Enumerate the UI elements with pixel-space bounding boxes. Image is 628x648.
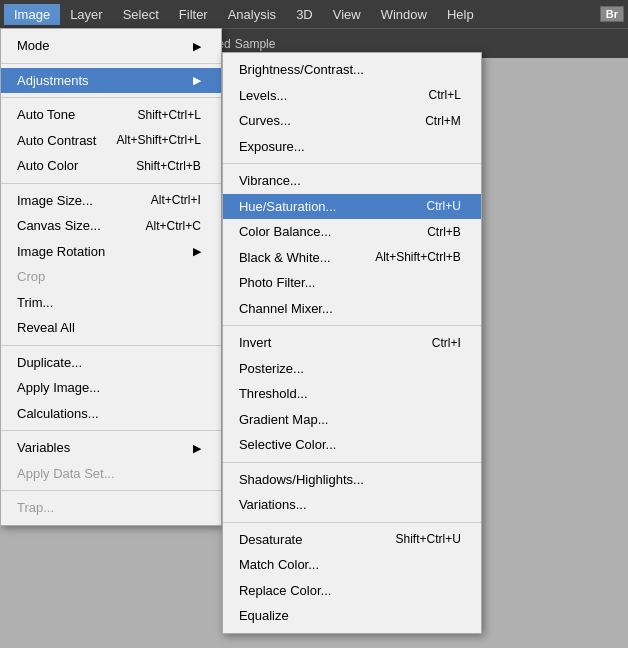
submenu-vibrance[interactable]: Vibrance...: [223, 168, 481, 194]
menu-reveal-all[interactable]: Reveal All: [1, 315, 221, 341]
submenu-sep-4: [223, 522, 481, 523]
submenu-curves[interactable]: Curves... Ctrl+M: [223, 108, 481, 134]
menu-apply-image[interactable]: Apply Image...: [1, 375, 221, 401]
submenu-exposure[interactable]: Exposure...: [223, 134, 481, 160]
gradient-map-label: Gradient Map...: [239, 410, 329, 430]
auto-contrast-shortcut: Alt+Shift+Ctrl+L: [117, 131, 201, 149]
auto-color-label: Auto Color: [17, 156, 78, 176]
menu-item-analysis[interactable]: Analysis: [218, 4, 286, 25]
submenu-posterize[interactable]: Posterize...: [223, 356, 481, 382]
sep-1: [1, 63, 221, 64]
adjustments-arrow-icon: ▶: [193, 72, 201, 89]
canvas-size-shortcut: Alt+Ctrl+C: [146, 217, 201, 235]
match-color-label: Match Color...: [239, 555, 319, 575]
menu-mode-label: Mode: [17, 36, 50, 56]
submenu-channel-mixer[interactable]: Channel Mixer...: [223, 296, 481, 322]
menu-mode[interactable]: Mode ▶: [1, 33, 221, 59]
submenu-selective-color[interactable]: Selective Color...: [223, 432, 481, 458]
photo-filter-label: Photo Filter...: [239, 273, 316, 293]
menu-item-view[interactable]: View: [323, 4, 371, 25]
menu-calculations[interactable]: Calculations...: [1, 401, 221, 427]
sep-3: [1, 183, 221, 184]
image-dropdown-menu: Mode ▶ Adjustments ▶ Auto Tone Shift+Ctr…: [0, 28, 222, 526]
color-balance-label: Color Balance...: [239, 222, 332, 242]
menu-auto-color[interactable]: Auto Color Shift+Ctrl+B: [1, 153, 221, 179]
vibrance-label: Vibrance...: [239, 171, 301, 191]
variables-label: Variables: [17, 438, 70, 458]
submenu-shadows-highlights[interactable]: Shadows/Highlights...: [223, 467, 481, 493]
levels-label: Levels...: [239, 86, 287, 106]
rotation-arrow-icon: ▶: [193, 243, 201, 260]
sep-5: [1, 430, 221, 431]
image-size-label: Image Size...: [17, 191, 93, 211]
menu-trap: Trap...: [1, 495, 221, 521]
submenu-equalize[interactable]: Equalize: [223, 603, 481, 629]
submenu-photo-filter[interactable]: Photo Filter...: [223, 270, 481, 296]
menu-item-3d[interactable]: 3D: [286, 4, 323, 25]
menu-item-help[interactable]: Help: [437, 4, 484, 25]
menu-item-select[interactable]: Select: [113, 4, 169, 25]
submenu-threshold[interactable]: Threshold...: [223, 381, 481, 407]
variations-label: Variations...: [239, 495, 307, 515]
image-rotation-label: Image Rotation: [17, 242, 105, 262]
submenu-levels[interactable]: Levels... Ctrl+L: [223, 83, 481, 109]
canvas-size-label: Canvas Size...: [17, 216, 101, 236]
menu-crop: Crop: [1, 264, 221, 290]
apply-image-label: Apply Image...: [17, 378, 100, 398]
menu-variables[interactable]: Variables ▶: [1, 435, 221, 461]
black-white-shortcut: Alt+Shift+Ctrl+B: [375, 248, 461, 266]
menu-adjustments[interactable]: Adjustments ▶: [1, 68, 221, 94]
black-white-label: Black & White...: [239, 248, 331, 268]
submenu-invert[interactable]: Invert Ctrl+I: [223, 330, 481, 356]
invert-shortcut: Ctrl+I: [432, 334, 461, 352]
submenu-hue-saturation[interactable]: Hue/Saturation... Ctrl+U: [223, 194, 481, 220]
submenu-sep-3: [223, 462, 481, 463]
submenu-black-white[interactable]: Black & White... Alt+Shift+Ctrl+B: [223, 245, 481, 271]
menu-auto-contrast[interactable]: Auto Contrast Alt+Shift+Ctrl+L: [1, 128, 221, 154]
menu-image-rotation[interactable]: Image Rotation ▶: [1, 239, 221, 265]
color-balance-shortcut: Ctrl+B: [427, 223, 461, 241]
trim-label: Trim...: [17, 293, 53, 313]
auto-contrast-label: Auto Contrast: [17, 131, 97, 151]
hue-saturation-label: Hue/Saturation...: [239, 197, 337, 217]
submenu-color-balance[interactable]: Color Balance... Ctrl+B: [223, 219, 481, 245]
submenu-sep-2: [223, 325, 481, 326]
menu-item-layer[interactable]: Layer: [60, 4, 113, 25]
submenu-variations[interactable]: Variations...: [223, 492, 481, 518]
submenu-replace-color[interactable]: Replace Color...: [223, 578, 481, 604]
menu-apply-data-set: Apply Data Set...: [1, 461, 221, 487]
menu-item-filter[interactable]: Filter: [169, 4, 218, 25]
desaturate-shortcut: Shift+Ctrl+U: [396, 530, 461, 548]
calculations-label: Calculations...: [17, 404, 99, 424]
threshold-label: Threshold...: [239, 384, 308, 404]
crop-label: Crop: [17, 267, 45, 287]
menu-item-window[interactable]: Window: [371, 4, 437, 25]
image-size-shortcut: Alt+Ctrl+I: [151, 191, 201, 209]
mode-arrow-icon: ▶: [193, 38, 201, 55]
hue-saturation-shortcut: Ctrl+U: [427, 197, 461, 215]
levels-shortcut: Ctrl+L: [429, 86, 461, 104]
trap-label: Trap...: [17, 498, 54, 518]
submenu-brightness-contrast[interactable]: Brightness/Contrast...: [223, 57, 481, 83]
desaturate-label: Desaturate: [239, 530, 303, 550]
duplicate-label: Duplicate...: [17, 353, 82, 373]
menu-adjustments-label: Adjustments: [17, 71, 89, 91]
menu-duplicate[interactable]: Duplicate...: [1, 350, 221, 376]
brightness-contrast-label: Brightness/Contrast...: [239, 60, 364, 80]
menu-canvas-size[interactable]: Canvas Size... Alt+Ctrl+C: [1, 213, 221, 239]
adjustments-submenu: Brightness/Contrast... Levels... Ctrl+L …: [222, 52, 482, 634]
curves-shortcut: Ctrl+M: [425, 112, 461, 130]
posterize-label: Posterize...: [239, 359, 304, 379]
menu-image-size[interactable]: Image Size... Alt+Ctrl+I: [1, 188, 221, 214]
submenu-gradient-map[interactable]: Gradient Map...: [223, 407, 481, 433]
menu-item-image[interactable]: Image: [4, 4, 60, 25]
menu-auto-tone[interactable]: Auto Tone Shift+Ctrl+L: [1, 102, 221, 128]
invert-label: Invert: [239, 333, 272, 353]
submenu-desaturate[interactable]: Desaturate Shift+Ctrl+U: [223, 527, 481, 553]
menu-trim[interactable]: Trim...: [1, 290, 221, 316]
submenu-match-color[interactable]: Match Color...: [223, 552, 481, 578]
auto-tone-shortcut: Shift+Ctrl+L: [138, 106, 201, 124]
replace-color-label: Replace Color...: [239, 581, 332, 601]
apply-data-set-label: Apply Data Set...: [17, 464, 115, 484]
sep-4: [1, 345, 221, 346]
